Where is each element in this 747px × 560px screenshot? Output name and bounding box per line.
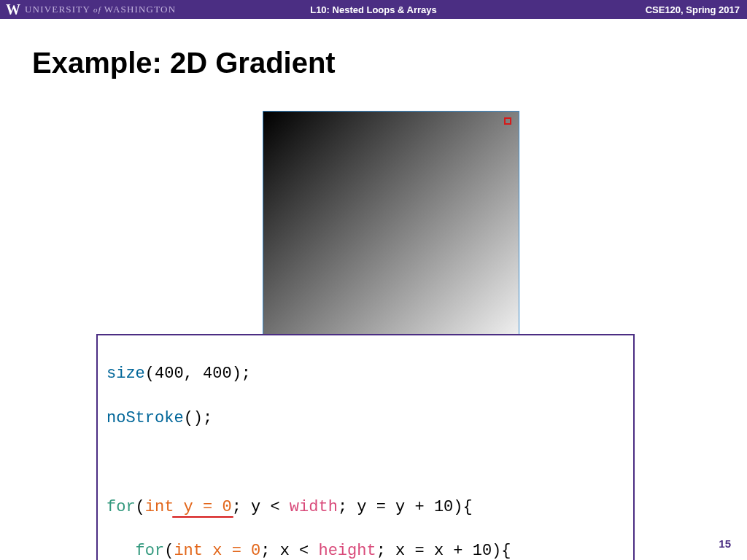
uw-wordmark: UNIVERSITY of WASHINGTON — [25, 4, 176, 15]
uw-word-2: WASHINGTON — [104, 4, 176, 15]
code-underline-x: x = 0 — [203, 540, 260, 560]
code-line-3 — [107, 452, 626, 474]
code-box: size(400, 400); noStroke(); for(int y = … — [96, 334, 635, 560]
uw-word-of: of — [90, 5, 104, 14]
code-decl-y: int y = 0 — [145, 498, 232, 516]
slide-header: W UNIVERSITY of WASHINGTON L10: Nested L… — [0, 0, 747, 19]
code-text: (); — [184, 409, 213, 427]
code-kw-for: for — [107, 498, 136, 516]
code-text: ( — [136, 498, 145, 516]
code-underline-y: y = 0 — [174, 497, 231, 518]
page-title: Example: 2D Gradient — [32, 47, 336, 79]
code-fn-nostroke: noStroke — [107, 409, 184, 427]
gradient-output — [263, 111, 519, 368]
code-line-2: noStroke(); — [107, 408, 626, 429]
code-text: (400, 400); — [145, 365, 251, 383]
code-text: ; y = y + 10){ — [338, 498, 473, 516]
code-kw-int: int — [174, 542, 203, 560]
lecture-title: L10: Nested Loops & Arrays — [310, 4, 437, 15]
red-corner-marker-icon — [504, 117, 511, 125]
code-text: ; y < — [232, 498, 290, 516]
code-text: ; x < — [260, 542, 318, 560]
uw-word-1: UNIVERSITY — [25, 4, 90, 15]
code-text: ; x = x + 10){ — [376, 542, 511, 560]
code-indent — [107, 542, 136, 560]
code-const-height: height — [318, 542, 376, 560]
code-line-1: size(400, 400); — [107, 363, 626, 385]
code-kw-int: int — [145, 498, 174, 516]
code-line-4: for(int y = 0; y < width; y = y + 10){ — [107, 497, 626, 518]
code-text: ( — [164, 542, 174, 560]
course-term: CSE120, Spring 2017 — [646, 4, 740, 15]
code-fn-size: size — [107, 365, 145, 383]
code-kw-for: for — [136, 542, 165, 560]
uw-logo: W UNIVERSITY of WASHINGTON — [0, 2, 176, 17]
code-const-width: width — [290, 498, 338, 516]
code-line-5: for(int x = 0; x < height; x = x + 10){ — [107, 540, 626, 560]
code-decl-x: int x = 0 — [174, 542, 260, 560]
uw-w-icon: W — [6, 2, 20, 17]
page-number: 15 — [719, 537, 731, 550]
